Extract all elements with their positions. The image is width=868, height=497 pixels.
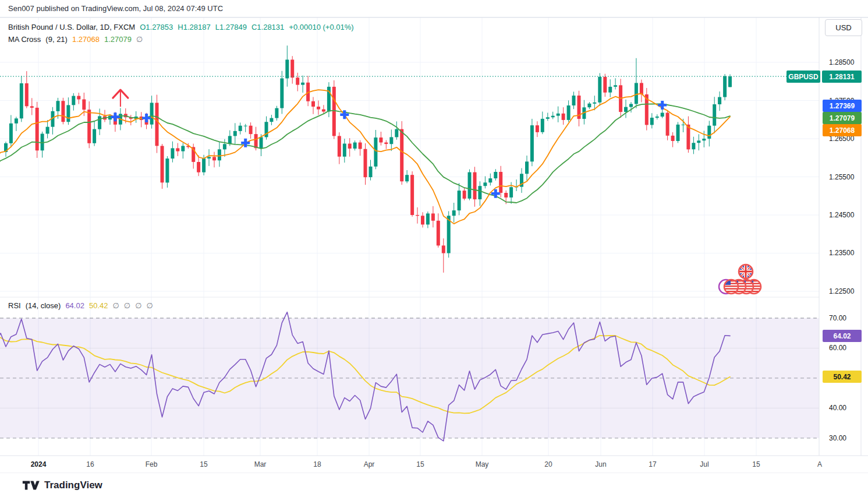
- time-tick-label: 20: [535, 459, 562, 470]
- time-tick-label: 16: [77, 459, 104, 470]
- price-tick-label: 1.24500: [829, 210, 854, 220]
- rsi-legend-token: (14, close): [26, 301, 61, 310]
- time-tick-label: Feb: [138, 459, 165, 470]
- time-tick-label: 15: [743, 459, 770, 470]
- price-tick-label: 1.28500: [829, 58, 854, 67]
- ma-cross-legend: MA Cross(9, 21)1.270681.27079∅: [8, 35, 147, 44]
- rsi-legend-token: RSI: [8, 301, 21, 310]
- time-tick-label: A: [806, 459, 833, 470]
- time-tick-label: May: [469, 459, 495, 470]
- rsi-legend: RSI(14, close)64.0250.42∅∅∅∅: [8, 301, 158, 310]
- price-scale[interactable]: [820, 17, 861, 456]
- time-tick-label: 2024: [25, 459, 52, 470]
- us-flag-icon: [724, 280, 738, 294]
- uk-flag-icon: [739, 265, 753, 279]
- ma-legend-token: (9, 21): [45, 35, 68, 44]
- currency-toggle-button[interactable]: USD: [825, 19, 862, 36]
- rsi-legend-token: 50.42: [89, 301, 108, 310]
- symbol-legend-token: O1.27853: [140, 23, 173, 31]
- ma-legend-token: MA Cross: [8, 35, 41, 44]
- rsi-legend-token: ∅: [112, 301, 119, 310]
- ma-legend-token: 1.27068: [72, 35, 100, 44]
- time-tick-label: 15: [407, 459, 434, 470]
- current-price-badge: 1.28131: [822, 71, 862, 83]
- time-tick-label: 17: [639, 459, 666, 470]
- rsi-legend-token: ∅: [146, 301, 153, 310]
- ma-legend-token: ∅: [136, 35, 143, 44]
- time-tick-label: Jun: [587, 459, 614, 470]
- rsi-tick-label: 30.00: [829, 433, 846, 443]
- brand-name[interactable]: TradingView: [44, 480, 102, 491]
- tradingview-logo-icon[interactable]: [22, 480, 40, 491]
- time-scale[interactable]: [0, 456, 868, 473]
- rsi-legend-token: ∅: [135, 301, 141, 310]
- rsi-tick-label: 40.00: [829, 403, 846, 413]
- symbol-legend-token: H1.28187: [178, 23, 210, 31]
- arrow-up-annotation[interactable]: [113, 90, 128, 107]
- symbol-legend-token: L1.27849: [215, 23, 247, 31]
- symbol-legend: British Pound / U.S. Dollar, 1D, FXCMO1.…: [8, 23, 359, 31]
- symbol-price-badge: GBPUSD: [786, 71, 820, 83]
- time-tick-label: 15: [190, 459, 217, 470]
- rsi-tick-label: 70.00: [829, 313, 846, 323]
- price-scale-badge: 1.27369: [823, 100, 862, 112]
- time-tick-label: Jul: [691, 459, 718, 470]
- time-tick-label: 18: [304, 459, 331, 470]
- price-scale-badge: 1.27068: [823, 124, 862, 136]
- time-tick-label: Apr: [356, 459, 382, 470]
- symbol-legend-token: British Pound / U.S. Dollar, 1D, FXCM: [8, 23, 135, 31]
- event-flags[interactable]: [719, 265, 761, 294]
- chart-canvas[interactable]: [0, 17, 868, 473]
- price-tick-label: 1.25500: [829, 172, 854, 182]
- symbol-legend-token: C1.28131: [251, 23, 284, 31]
- rsi-legend-token: 64.02: [65, 301, 84, 310]
- time-tick-label: Mar: [247, 459, 274, 470]
- price-scale-badge: 1.27079: [823, 112, 862, 124]
- tradingview-published-chart: Sen007 published on TradingView.com, Jul…: [0, 0, 868, 497]
- ma-legend-token: 1.27079: [104, 35, 132, 44]
- candlestick-series: [4, 45, 732, 273]
- rsi-value-badge: 64.02: [823, 330, 862, 342]
- price-tick-label: 1.23500: [829, 248, 854, 258]
- rsi-legend-token: ∅: [124, 301, 130, 310]
- rsi-tick-label: 60.00: [829, 343, 846, 353]
- symbol-legend-token: +0.00010 (+0.01%): [289, 23, 353, 31]
- attribution-text: Sen007 published on TradingView.com, Jul…: [0, 0, 868, 17]
- brand-bar: TradingView: [0, 473, 868, 497]
- rsi-value-badge: 50.42: [823, 371, 862, 383]
- price-tick-label: 1.22500: [829, 287, 854, 296]
